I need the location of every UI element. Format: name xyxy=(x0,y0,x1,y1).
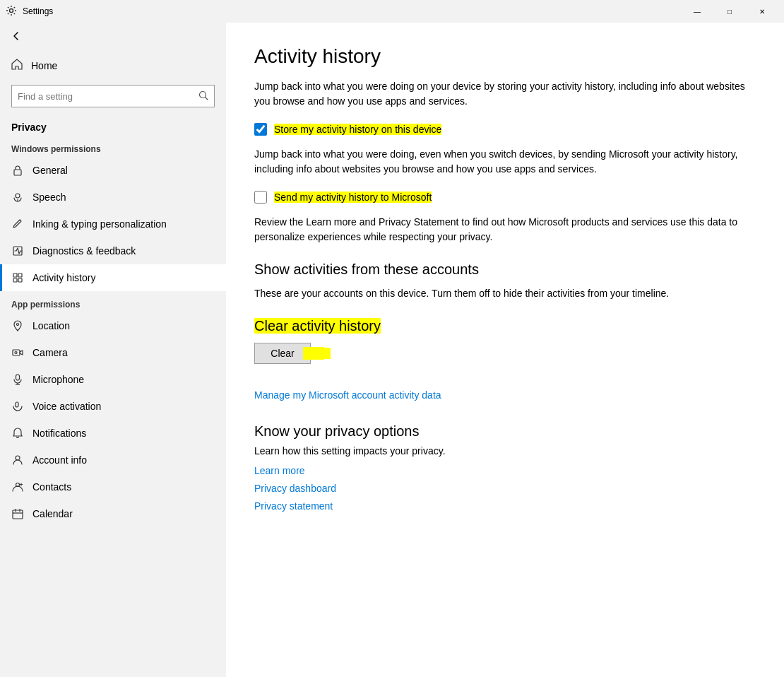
location-label: Location xyxy=(32,320,70,331)
know-privacy-title: Know your privacy options xyxy=(254,423,756,440)
manage-link[interactable]: Manage my Microsoft account activity dat… xyxy=(254,389,756,401)
activity-icon xyxy=(11,271,24,284)
titlebar-controls: — □ ✕ xyxy=(681,0,778,23)
checkbox-row-2: Send my activity history to Microsoft xyxy=(254,191,756,204)
notifications-label: Notifications xyxy=(32,428,86,439)
content-area: Activity history Jump back into what you… xyxy=(226,23,784,677)
sidebar-item-calendar[interactable]: Calendar xyxy=(0,500,226,527)
lock-icon xyxy=(11,164,24,177)
camera-label: Camera xyxy=(32,347,68,358)
pen-icon xyxy=(11,218,24,230)
diagnostics-label: Diagnostics & feedback xyxy=(32,245,136,257)
svg-rect-8 xyxy=(18,273,22,277)
account-icon xyxy=(11,454,24,466)
svg-point-13 xyxy=(15,352,17,354)
titlebar: Settings — □ ✕ xyxy=(0,0,784,23)
sidebar-item-microphone[interactable]: Microphone xyxy=(0,366,226,393)
settings-icon xyxy=(6,5,17,18)
home-icon xyxy=(11,59,23,72)
clear-title: Clear activity history xyxy=(254,318,756,334)
inking-label: Inking & typing personalization xyxy=(32,218,167,230)
account-info-label: Account info xyxy=(32,454,87,466)
back-button[interactable] xyxy=(0,23,226,52)
store-activity-checkbox[interactable] xyxy=(254,123,267,136)
clear-button-wrapper: Clear xyxy=(254,343,311,364)
home-label: Home xyxy=(31,60,57,71)
back-icon xyxy=(11,31,21,43)
show-activities-desc: These are your accounts on this device. … xyxy=(254,286,756,301)
sidebar-item-notifications[interactable]: Notifications xyxy=(0,420,226,447)
learn-more-link[interactable]: Learn more xyxy=(254,462,756,480)
svg-point-19 xyxy=(16,456,20,460)
search-icon[interactable] xyxy=(193,90,214,102)
contacts-label: Contacts xyxy=(32,481,71,493)
diagnostics-icon xyxy=(11,245,24,257)
clear-highlight xyxy=(305,348,331,359)
svg-rect-12 xyxy=(13,350,20,355)
svg-rect-9 xyxy=(13,278,17,282)
sidebar-item-speech[interactable]: Speech xyxy=(0,184,226,211)
send-activity-checkbox[interactable] xyxy=(254,191,267,204)
svg-rect-21 xyxy=(13,510,23,519)
svg-rect-17 xyxy=(16,402,18,407)
app-body: Home Privacy Windows permissions xyxy=(0,23,784,677)
svg-rect-3 xyxy=(14,170,21,175)
svg-rect-10 xyxy=(18,278,22,282)
camera-icon xyxy=(11,346,24,359)
mic-icon xyxy=(11,373,24,386)
svg-rect-7 xyxy=(13,273,17,277)
privacy-links: Learn more Privacy dashboard Privacy sta… xyxy=(254,462,756,516)
sidebar-item-activity[interactable]: Activity history xyxy=(0,264,226,291)
sidebar-item-location[interactable]: Location xyxy=(0,312,226,339)
home-nav-item[interactable]: Home xyxy=(0,52,226,79)
privacy-label: Privacy xyxy=(0,113,226,136)
show-activities-title: Show activities from these accounts xyxy=(254,261,756,278)
notifications-icon xyxy=(11,427,24,440)
calendar-label: Calendar xyxy=(32,508,73,519)
activity-label: Activity history xyxy=(32,272,95,283)
privacy-dashboard-link[interactable]: Privacy dashboard xyxy=(254,480,756,498)
location-icon xyxy=(11,319,24,332)
app-permissions-label: App permissions xyxy=(0,291,226,312)
svg-point-4 xyxy=(16,194,20,198)
svg-point-11 xyxy=(17,324,19,326)
general-label: General xyxy=(32,165,68,176)
svg-rect-14 xyxy=(16,375,20,380)
speech-icon xyxy=(11,191,24,204)
close-button[interactable]: ✕ xyxy=(746,0,778,23)
description-1: Jump back into what you were doing on yo… xyxy=(254,79,756,109)
know-privacy-desc: Learn how this setting impacts your priv… xyxy=(254,445,756,457)
clear-title-text: Clear activity history xyxy=(254,318,381,334)
description-3: Review the Learn more and Privacy Statem… xyxy=(254,215,756,245)
sidebar-item-diagnostics[interactable]: Diagnostics & feedback xyxy=(0,237,226,264)
search-input[interactable] xyxy=(12,91,193,102)
svg-point-0 xyxy=(10,8,13,12)
checkbox-2-label: Send my activity history to Microsoft xyxy=(274,192,432,203)
sidebar-item-voice[interactable]: Voice activation xyxy=(0,393,226,420)
page-title: Activity history xyxy=(254,45,756,68)
calendar-icon xyxy=(11,507,24,520)
voice-label: Voice activation xyxy=(32,401,101,412)
contacts-icon xyxy=(11,481,24,493)
titlebar-title: Settings xyxy=(23,6,53,16)
windows-permissions-label: Windows permissions xyxy=(0,136,226,157)
microphone-label: Microphone xyxy=(32,374,84,385)
minimize-button[interactable]: — xyxy=(681,0,713,23)
privacy-statement-link[interactable]: Privacy statement xyxy=(254,498,756,515)
description-2: Jump back into what you were doing, even… xyxy=(254,147,756,177)
sidebar-item-account-info[interactable]: Account info xyxy=(0,447,226,473)
voice-icon xyxy=(11,400,24,413)
sidebar-item-camera[interactable]: Camera xyxy=(0,339,226,366)
sidebar-item-inking[interactable]: Inking & typing personalization xyxy=(0,211,226,237)
sidebar-item-contacts[interactable]: Contacts xyxy=(0,473,226,500)
sidebar: Home Privacy Windows permissions xyxy=(0,23,226,677)
search-box[interactable] xyxy=(11,85,215,107)
sidebar-item-general[interactable]: General xyxy=(0,157,226,184)
maximize-button[interactable]: □ xyxy=(713,0,746,23)
svg-line-2 xyxy=(206,97,208,100)
checkbox-1-label: Store my activity history on this device xyxy=(274,124,441,135)
checkbox-row-1: Store my activity history on this device xyxy=(254,123,756,136)
titlebar-left: Settings xyxy=(6,5,53,18)
clear-button[interactable]: Clear xyxy=(254,343,311,364)
speech-label: Speech xyxy=(32,192,66,203)
